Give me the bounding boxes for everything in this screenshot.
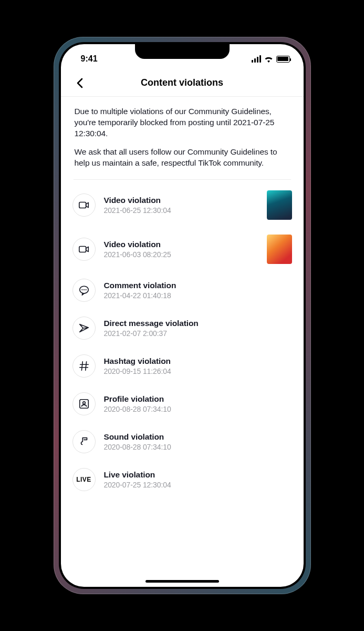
hashtag-icon: [72, 354, 96, 378]
comment-icon: [72, 279, 96, 302]
violation-text: Video violation2021-06-03 08:20:25: [104, 240, 258, 259]
violation-date: 2020-08-28 07:34:10: [104, 405, 292, 413]
violation-date: 2021-06-25 12:30:04: [104, 206, 258, 215]
violation-date: 2020-08-28 07:34:10: [104, 443, 292, 451]
violation-title: Live violation: [104, 470, 292, 480]
screen: 9:41 Content violations: [61, 44, 304, 587]
back-button[interactable]: [70, 74, 89, 93]
violation-title: Profile violation: [104, 394, 292, 404]
notice-paragraph-2: We ask that all users follow our Communi…: [75, 147, 290, 169]
notice-block: Due to multiple violations of our Commun…: [72, 97, 292, 169]
live-icon: LIVE: [72, 468, 96, 491]
send-icon: [72, 317, 96, 340]
svg-point-3: [81, 289, 82, 290]
navigation-bar: Content violations: [61, 69, 304, 97]
violation-text: Profile violation2020-08-28 07:34:10: [104, 394, 292, 413]
violation-thumbnail: [267, 235, 292, 264]
violation-text: Video violation2021-06-25 12:30:04: [104, 196, 258, 215]
violation-item[interactable]: LIVELive violation2020-07-25 12:30:04: [72, 461, 292, 498]
violation-item[interactable]: Hashtag violation2020-09-15 11:26:04: [72, 347, 292, 385]
violation-title: Sound violation: [104, 432, 292, 442]
svg-rect-1: [79, 246, 86, 252]
violation-text: Sound violation2020-08-28 07:34:10: [104, 432, 292, 451]
svg-rect-0: [79, 202, 86, 208]
violation-title: Hashtag violation: [104, 357, 292, 366]
svg-point-4: [83, 289, 84, 290]
home-indicator[interactable]: [145, 580, 219, 583]
svg-point-7: [82, 401, 85, 404]
profile-icon: [72, 392, 96, 415]
violation-thumbnail: [267, 190, 292, 220]
violation-item[interactable]: Video violation2021-06-25 12:30:04: [72, 183, 292, 227]
violation-item[interactable]: Sound violation2020-08-28 07:34:10: [72, 423, 292, 461]
violation-date: 2020-07-25 12:30:04: [104, 481, 292, 489]
sound-icon: [72, 430, 96, 453]
page-title: Content violations: [61, 77, 304, 88]
violation-list: Video violation2021-06-25 12:30:04Video …: [72, 183, 292, 498]
divider: [74, 179, 291, 180]
svg-point-5: [85, 289, 86, 290]
status-icons: [252, 55, 290, 63]
violation-date: 2020-09-15 11:26:04: [104, 367, 292, 375]
violation-text: Live violation2020-07-25 12:30:04: [104, 470, 292, 489]
violation-text: Hashtag violation2020-09-15 11:26:04: [104, 357, 292, 375]
video-icon: [72, 238, 96, 261]
battery-icon: [276, 56, 290, 63]
violation-title: Video violation: [104, 196, 258, 205]
violation-date: 2021-06-03 08:20:25: [104, 250, 258, 259]
chevron-left-icon: [76, 78, 84, 88]
violation-date: 2021-04-22 01:40:18: [104, 291, 292, 300]
violation-title: Direct message violation: [104, 319, 292, 328]
violation-text: Direct message violation2021-02-07 2:00:…: [104, 319, 292, 338]
content-scroll[interactable]: Due to multiple violations of our Commun…: [61, 97, 304, 587]
violation-item[interactable]: Video violation2021-06-03 08:20:25: [72, 227, 292, 271]
wifi-icon: [264, 56, 273, 63]
violation-item[interactable]: Comment violation2021-04-22 01:40:18: [72, 271, 292, 309]
violation-item[interactable]: Profile violation2020-08-28 07:34:10: [72, 385, 292, 423]
status-time: 9:41: [81, 54, 98, 64]
video-icon: [72, 194, 96, 217]
notice-paragraph-1: Due to multiple violations of our Commun…: [75, 106, 290, 139]
violation-item[interactable]: Direct message violation2021-02-07 2:00:…: [72, 309, 292, 347]
cellular-signal-icon: [252, 55, 261, 63]
violation-title: Video violation: [104, 240, 258, 249]
violation-text: Comment violation2021-04-22 01:40:18: [104, 281, 292, 300]
notch: [135, 44, 230, 59]
violation-title: Comment violation: [104, 281, 292, 290]
violation-date: 2021-02-07 2:00:37: [104, 329, 292, 338]
phone-frame: 9:41 Content violations: [54, 37, 311, 594]
phone-bezel: 9:41 Content violations: [59, 42, 306, 589]
